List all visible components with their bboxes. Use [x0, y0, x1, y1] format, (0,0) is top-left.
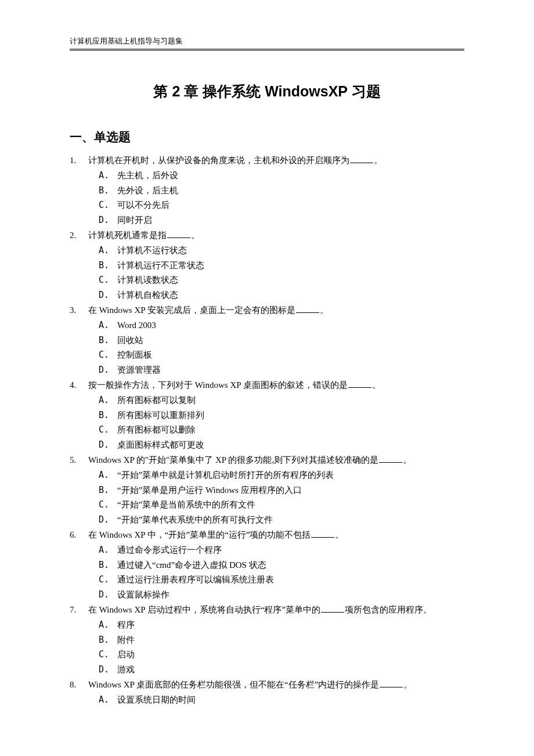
option-text: “开始”菜单是用户运行 Windows 应用程序的入口	[117, 483, 302, 498]
question-item: 6.在 Windows XP 中，“开始”菜单里的“运行”项的功能不包括。A.通…	[70, 528, 464, 603]
option-label: A.	[99, 693, 117, 708]
option-list: A.“开始”菜单中就是计算机启动时所打开的所有程序的列表B.“开始”菜单是用户运…	[88, 468, 464, 528]
question-list: 1.计算机在开机时，从保护设备的角度来说，主机和外设的开启顺序为。A.先主机，后…	[70, 153, 464, 707]
option-text: 程序	[117, 618, 135, 633]
option-item: C.可以不分先后	[99, 198, 464, 213]
option-item: A.“开始”菜单中就是计算机启动时所打开的所有程序的列表	[99, 468, 464, 483]
option-text: 启动	[117, 647, 135, 663]
option-text: Word 2003	[117, 318, 156, 333]
question-body: 在 Windows XP 安装完成后，桌面上一定会有的图标是。A.Word 20…	[88, 303, 464, 378]
option-text: 通过运行注册表程序可以编辑系统注册表	[117, 573, 274, 588]
option-label: C.	[99, 647, 117, 663]
option-label: A.	[99, 243, 117, 258]
question-item: 4.按一般操作方法，下列对于 Windows XP 桌面图标的叙述，错误的是。A…	[70, 378, 464, 453]
option-label: C.	[99, 423, 117, 438]
question-body: 在 Windows XP 中，“开始”菜单里的“运行”项的功能不包括。A.通过命…	[88, 528, 464, 603]
option-text: 计算机自检状态	[117, 288, 178, 303]
option-item: C.控制面板	[99, 348, 464, 363]
fill-blank	[167, 237, 190, 238]
question-body: Windows XP 桌面底部的任务栏功能很强，但不能在“任务栏”内进行的操作是…	[88, 678, 464, 708]
option-label: C.	[99, 573, 117, 588]
option-item: B.通过键入“cmd”命令进入虚拟 DOS 状态	[99, 558, 464, 573]
option-text: 设置鼠标操作	[117, 588, 169, 603]
question-number: 8.	[70, 678, 88, 708]
question-body: 按一般操作方法，下列对于 Windows XP 桌面图标的叙述，错误的是。A.所…	[88, 378, 464, 453]
option-text: “开始”菜单代表系统中的所有可执行文件	[117, 513, 273, 528]
question-stem: 计算机在开机时，从保护设备的角度来说，主机和外设的开启顺序为。	[88, 153, 464, 168]
option-item: C.通过运行注册表程序可以编辑系统注册表	[99, 573, 464, 588]
question-stem: 按一般操作方法，下列对于 Windows XP 桌面图标的叙述，错误的是。	[88, 378, 464, 393]
question-stem: 在 Windows XP 安装完成后，桌面上一定会有的图标是。	[88, 303, 464, 318]
option-label: D.	[99, 513, 117, 528]
option-item: B.附件	[99, 633, 464, 648]
option-label: D.	[99, 438, 117, 453]
option-label: C.	[99, 498, 117, 513]
fill-blank	[348, 387, 371, 388]
question-item: 5.Windows XP 的"开始"菜单集中了 XP 的很多功能,则下列对其描述…	[70, 453, 464, 528]
question-stem: 计算机死机通常是指。	[88, 228, 464, 243]
option-list: A.程序B.附件C.启动D.游戏	[88, 618, 464, 678]
option-item: A.Word 2003	[99, 318, 464, 333]
question-stem: Windows XP 桌面底部的任务栏功能很强，但不能在“任务栏”内进行的操作是…	[88, 678, 464, 693]
option-label: A.	[99, 393, 117, 408]
question-number: 5.	[70, 453, 88, 528]
fill-blank	[321, 612, 344, 613]
option-label: D.	[99, 288, 117, 303]
option-text: 计算机不运行状态	[117, 243, 187, 258]
option-list: A.先主机，后外设B.先外设，后主机C.可以不分先后D.同时开启	[88, 168, 464, 228]
option-item: C.启动	[99, 647, 464, 663]
option-label: A.	[99, 468, 117, 483]
option-item: D.“开始”菜单代表系统中的所有可执行文件	[99, 513, 464, 528]
option-label: D.	[99, 213, 117, 228]
question-item: 3.在 Windows XP 安装完成后，桌面上一定会有的图标是。A.Word …	[70, 303, 464, 378]
option-text: 游戏	[117, 663, 135, 678]
question-body: 计算机死机通常是指。A.计算机不运行状态B.计算机运行不正常状态C.计算机读数状…	[88, 228, 464, 303]
option-item: A.计算机不运行状态	[99, 243, 464, 258]
option-label: A.	[99, 543, 117, 558]
option-item: A.通过命令形式运行一个程序	[99, 543, 464, 558]
option-text: 计算机读数状态	[117, 273, 178, 288]
question-body: 计算机在开机时，从保护设备的角度来说，主机和外设的开启顺序为。A.先主机，后外设…	[88, 153, 464, 228]
option-text: 所有图标可以重新排列	[117, 408, 204, 423]
option-label: B.	[99, 633, 117, 648]
question-body: 在 Windows XP 启动过程中，系统将自动执行“程序”菜单中的项所包含的应…	[88, 603, 464, 678]
document-page: 计算机应用基础上机指导与习题集 第 2 章 操作系统 WindowsXP 习题 …	[0, 0, 534, 742]
chapter-title: 第 2 章 操作系统 WindowsXP 习题	[70, 82, 464, 101]
option-label: B.	[99, 408, 117, 423]
option-label: D.	[99, 363, 117, 378]
option-item: B.回收站	[99, 333, 464, 348]
question-item: 8.Windows XP 桌面底部的任务栏功能很强，但不能在“任务栏”内进行的操…	[70, 678, 464, 708]
option-text: 桌面图标样式都可更改	[117, 438, 204, 453]
option-list: A.设置系统日期的时间	[88, 693, 464, 708]
question-item: 1.计算机在开机时，从保护设备的角度来说，主机和外设的开启顺序为。A.先主机，后…	[70, 153, 464, 228]
question-item: 7.在 Windows XP 启动过程中，系统将自动执行“程序”菜单中的项所包含…	[70, 603, 464, 678]
option-text: 计算机运行不正常状态	[117, 258, 204, 273]
option-item: D.计算机自检状态	[99, 288, 464, 303]
option-label: D.	[99, 588, 117, 603]
option-text: 先主机，后外设	[117, 168, 178, 183]
option-text: 先外设，后主机	[117, 183, 178, 199]
option-item: B.所有图标可以重新排列	[99, 408, 464, 423]
option-text: 所有图标都可以删除	[117, 423, 196, 438]
option-label: C.	[99, 198, 117, 213]
running-header-rule	[70, 50, 464, 51]
option-item: D.桌面图标样式都可更改	[99, 438, 464, 453]
option-text: 控制面板	[117, 348, 152, 363]
option-label: A.	[99, 168, 117, 183]
option-item: A.所有图标都可以复制	[99, 393, 464, 408]
option-label: B.	[99, 333, 117, 348]
fill-blank	[350, 163, 373, 163]
fill-blank	[379, 462, 402, 463]
option-label: D.	[99, 663, 117, 678]
option-item: B.计算机运行不正常状态	[99, 258, 464, 273]
question-number: 1.	[70, 153, 88, 228]
option-item: C.计算机读数状态	[99, 273, 464, 288]
option-item: C.“开始”菜单是当前系统中的所有文件	[99, 498, 464, 513]
option-text: 通过键入“cmd”命令进入虚拟 DOS 状态	[117, 558, 266, 573]
option-list: A.Word 2003B.回收站C.控制面板D.资源管理器	[88, 318, 464, 378]
option-label: C.	[99, 348, 117, 363]
option-text: 所有图标都可以复制	[117, 393, 196, 408]
question-item: 2.计算机死机通常是指。A.计算机不运行状态B.计算机运行不正常状态C.计算机读…	[70, 228, 464, 303]
option-item: D.同时开启	[99, 213, 464, 228]
question-number: 3.	[70, 303, 88, 378]
